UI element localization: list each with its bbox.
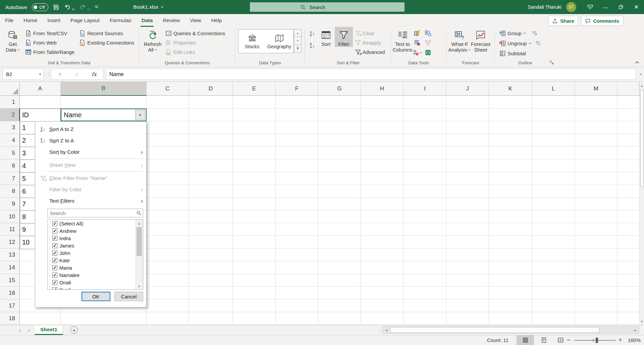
row-header-15[interactable]: 15 bbox=[0, 274, 20, 287]
menu-resize-grip[interactable]: ⋱ bbox=[142, 302, 145, 306]
scroll-down-button[interactable]: ▾ bbox=[640, 318, 644, 325]
from-text-csv-button[interactable]: From Text/CSV bbox=[24, 29, 75, 38]
gallery-scroll-down-button[interactable]: ▾ bbox=[294, 37, 302, 45]
checkbox-kate[interactable]: ✓ bbox=[52, 258, 57, 263]
row-header-9[interactable]: 9 bbox=[0, 198, 20, 210]
group-button[interactable]: Group bbox=[498, 29, 527, 38]
zoom-level[interactable]: 160% bbox=[623, 335, 641, 345]
stocks-data-type[interactable]: Stocks bbox=[238, 29, 266, 53]
column-header-l[interactable]: L bbox=[532, 82, 575, 96]
page-layout-view-button[interactable] bbox=[536, 335, 551, 345]
comments-button[interactable]: Comments bbox=[581, 16, 623, 26]
row-header-10[interactable]: 10 bbox=[0, 210, 20, 223]
previous-sheet-button[interactable]: ◂ bbox=[19, 325, 21, 335]
advanced-filter-button[interactable]: ⚙Advanced bbox=[354, 48, 386, 56]
checkbox-namalee[interactable]: ✓ bbox=[52, 273, 57, 278]
recent-sources-button[interactable]: Recent Sources bbox=[78, 29, 135, 38]
row-header-11[interactable]: 11 bbox=[0, 223, 20, 236]
filter-list-scrollbar[interactable]: ▴ ▾ bbox=[136, 220, 143, 289]
row-header-2[interactable]: 2 bbox=[0, 109, 20, 121]
next-sheet-button[interactable]: ▸ bbox=[28, 325, 30, 335]
queries-connections-button[interactable]: Queries & Connections bbox=[164, 29, 226, 38]
filter-value-indra[interactable]: ✓Indra bbox=[48, 234, 143, 242]
filter-search-input[interactable] bbox=[47, 209, 143, 217]
ungroup-button[interactable]: Ungroup bbox=[498, 39, 532, 48]
checkbox-onali[interactable]: ✓ bbox=[52, 280, 57, 285]
refresh-all-button[interactable]: Refresh All bbox=[142, 27, 163, 53]
show-detail-button[interactable] bbox=[532, 30, 538, 36]
menu-item-sort-by-color[interactable]: Sort by Color› bbox=[35, 146, 146, 158]
column-header-m[interactable]: M bbox=[575, 82, 618, 96]
reapply-filter-button[interactable]: Reapply bbox=[354, 38, 386, 47]
autosave-toggle[interactable]: Off bbox=[32, 3, 48, 11]
horizontal-scrollbar[interactable]: ◂ ▸ bbox=[382, 326, 639, 334]
vertical-scroll-thumb[interactable] bbox=[640, 90, 644, 187]
row-header-5[interactable]: 5 bbox=[0, 147, 20, 159]
checkbox-select-all[interactable]: ✓ bbox=[52, 221, 57, 226]
checkbox-james[interactable]: ✓ bbox=[52, 243, 57, 248]
filter-value-namalee[interactable]: ✓Namalee bbox=[48, 271, 143, 279]
list-scroll-up-button[interactable]: ▴ bbox=[136, 220, 143, 226]
name-box[interactable]: B2 ▾ bbox=[3, 69, 44, 80]
gallery-scroll-up-button[interactable]: ▴ bbox=[294, 29, 302, 37]
gallery-more-button[interactable]: ▾ bbox=[294, 45, 302, 53]
relationships-button[interactable] bbox=[423, 39, 433, 47]
tab-help[interactable]: Help bbox=[206, 14, 227, 27]
menu-item-sheet-view[interactable]: Sheet View› bbox=[35, 159, 146, 171]
undo-button[interactable] bbox=[64, 4, 75, 10]
tab-page-layout[interactable]: Page Layout bbox=[65, 14, 105, 27]
column-header-a[interactable]: A bbox=[20, 82, 61, 96]
forecast-sheet-button[interactable]: Forecast Sheet bbox=[470, 27, 491, 53]
row-header-8[interactable]: 8 bbox=[0, 185, 20, 198]
horizontal-scroll-thumb[interactable] bbox=[390, 327, 599, 333]
checkbox-andrew[interactable]: ✓ bbox=[52, 228, 57, 233]
cancel-button[interactable]: Cancel bbox=[114, 292, 143, 301]
tab-formulas[interactable]: Formulas bbox=[105, 14, 137, 27]
manage-data-model-button[interactable] bbox=[423, 49, 433, 57]
column-header-d[interactable]: D bbox=[189, 82, 233, 96]
insert-function-button[interactable]: fx bbox=[92, 71, 97, 77]
row-header-1[interactable]: 1 bbox=[0, 96, 20, 109]
text-to-columns-button[interactable]: Text to Columns bbox=[392, 27, 413, 53]
list-scroll-thumb[interactable] bbox=[137, 227, 142, 256]
tab-scrollbar-divider[interactable]: ⋮ bbox=[378, 328, 382, 333]
filter-button[interactable]: Filter bbox=[335, 27, 353, 47]
column-header-blank[interactable] bbox=[618, 82, 639, 96]
filter-value-sunil[interactable]: ✓Sunil bbox=[48, 286, 143, 290]
zoom-slider-thumb[interactable] bbox=[596, 338, 598, 343]
expand-formula-bar-button[interactable]: ▾ bbox=[640, 72, 642, 76]
row-header-7[interactable]: 7 bbox=[0, 172, 20, 185]
menu-item-clear-filter-from-name[interactable]: ✕Clear Filter From "Name" bbox=[35, 172, 146, 184]
row-header-12[interactable]: 12 bbox=[0, 236, 20, 249]
menu-item-filter-by-color[interactable]: Filter by Color› bbox=[35, 184, 146, 195]
confirm-entry-button[interactable]: ✓ bbox=[75, 71, 79, 77]
minimize-button[interactable]: — bbox=[598, 0, 613, 14]
checkbox-maria[interactable]: ✓ bbox=[52, 265, 57, 270]
tab-data[interactable]: Data bbox=[137, 14, 158, 27]
zoom-in-button[interactable]: + bbox=[619, 335, 622, 345]
new-sheet-button[interactable]: + bbox=[70, 326, 78, 334]
from-table-range-button[interactable]: From Table/Range bbox=[24, 48, 75, 56]
column-header-c[interactable]: C bbox=[147, 82, 189, 96]
checkbox-indra[interactable]: ✓ bbox=[52, 236, 57, 241]
name-box-dropdown-icon[interactable]: ▾ bbox=[39, 72, 43, 76]
edit-links-button[interactable]: Edit Links bbox=[164, 48, 226, 56]
sheet-tab-sheet1[interactable]: Sheet1 bbox=[35, 325, 63, 335]
column-header-f[interactable]: F bbox=[276, 82, 318, 96]
search-box[interactable]: Search bbox=[250, 2, 405, 12]
vertical-scrollbar[interactable]: ▴ ▾ bbox=[639, 82, 644, 325]
row-header-4[interactable]: 4 bbox=[0, 134, 20, 147]
name-filter-dropdown-button[interactable]: ▾ bbox=[135, 110, 145, 120]
get-data-button[interactable]: Get Data bbox=[3, 27, 22, 53]
sort-descending-button[interactable]: ZA↓ bbox=[307, 41, 317, 50]
column-header-h[interactable]: H bbox=[361, 82, 404, 96]
user-name[interactable]: Sandali Tharuki bbox=[528, 4, 562, 10]
row-header-6[interactable]: 6 bbox=[0, 159, 20, 172]
row-header-3[interactable]: 3 bbox=[0, 121, 20, 134]
checkbox-john[interactable]: ✓ bbox=[52, 251, 57, 256]
data-validation-button[interactable] bbox=[413, 49, 422, 57]
save-icon[interactable] bbox=[53, 4, 59, 10]
formula-input[interactable]: Name bbox=[106, 69, 636, 80]
menu-item-sort-z-to-a[interactable]: ZA↓Sort Z to A bbox=[35, 135, 146, 146]
ok-button[interactable]: OK bbox=[82, 292, 110, 301]
